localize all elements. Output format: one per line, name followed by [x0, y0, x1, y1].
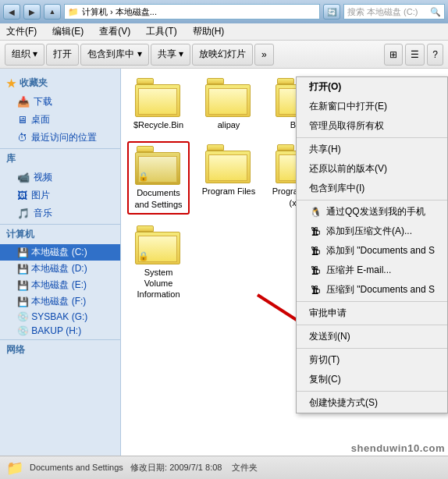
help-button[interactable]: ?	[427, 44, 443, 66]
ctx-add-archive[interactable]: 🗜 添加到压缩文件(A)...	[297, 222, 447, 241]
open-button[interactable]: 打开	[46, 44, 79, 66]
include-library-label: 包含到库中 ▾	[87, 48, 141, 61]
folder-icon-sysvolinfo: 🔒	[135, 225, 182, 264]
sidebar-item-picture[interactable]: 🖼 图片	[0, 186, 120, 204]
folder-icon-docset: 🔒	[135, 146, 182, 185]
library-header[interactable]: 库	[0, 148, 120, 169]
status-folder-icon: 📁	[6, 459, 23, 477]
download-folder-icon: 📥	[17, 96, 30, 108]
sidebar-item-video[interactable]: 📹 视频	[0, 169, 120, 186]
slideshow-button[interactable]: 放映幻灯片	[192, 44, 253, 66]
search-bar[interactable]: 搜索 本地磁盘 (C:) 🔍	[343, 4, 445, 20]
ctx-share[interactable]: 共享(H)	[297, 140, 447, 159]
status-name: Documents and Settings	[30, 463, 123, 472]
ctx-sep6	[297, 391, 447, 392]
ctx-sep1	[297, 137, 447, 138]
disk-c-icon: 💾	[17, 247, 29, 258]
search-placeholder: 搜索 本地磁盘 (C:)	[347, 6, 430, 18]
list-item[interactable]: $Recycle.Bin	[127, 75, 190, 133]
favorites-header[interactable]: ★ 收藏夹	[0, 73, 120, 93]
ctx-cut[interactable]: 剪切(T)	[297, 350, 447, 370]
sidebar-item-music[interactable]: 🎵 音乐	[0, 204, 120, 222]
sidebar-disk-g[interactable]: 💿 SYSBAK (G:)	[0, 310, 120, 324]
archive2-icon: 🗜	[309, 245, 322, 257]
address-icon: 📁	[68, 7, 79, 17]
file-label: $Recycle.Bin	[133, 119, 183, 130]
sidebar-disk-h[interactable]: 💿 BAKUP (H:)	[0, 324, 120, 338]
ctx-qq-send[interactable]: 🐧 通过QQ发送到我的手机	[297, 202, 447, 222]
music-icon: 🎵	[17, 208, 30, 219]
disk-h-label: BAKUP (H:)	[31, 325, 81, 336]
menu-bar: 文件(F) 编辑(E) 查看(V) 工具(T) 帮助(H)	[0, 23, 448, 41]
ctx-restore-prev[interactable]: 还原以前的版本(V)	[297, 159, 447, 179]
ctx-sendto[interactable]: 发送到(N)	[297, 327, 447, 346]
file-area-inner: $Recycle.Bin alipay	[121, 69, 448, 456]
sidebar: ★ 收藏夹 📥 下载 🖥 桌面 ⏱ 最近访问的位置 库 📹 视频 🖼 图片 🎵	[0, 69, 121, 456]
menu-help[interactable]: 帮助(H)	[190, 23, 228, 40]
ctx-sep3	[297, 301, 447, 302]
view-mode-btn2[interactable]: ☰	[405, 44, 425, 66]
open-label: 打开	[53, 48, 72, 61]
ctx-copy[interactable]: 复制(C)	[297, 370, 447, 389]
back-button[interactable]: ◀	[3, 4, 20, 20]
disk-e-label: 本地磁盘 (E:)	[31, 279, 87, 292]
organize-label: 组织 ▾	[12, 48, 37, 61]
computer-header[interactable]: 计算机	[0, 224, 120, 244]
view-mode-btn1[interactable]: ⊞	[384, 44, 403, 66]
status-time: 8:08	[205, 463, 222, 472]
sidebar-item-download[interactable]: 📥 下载	[0, 93, 120, 111]
menu-file[interactable]: 文件(F)	[3, 23, 40, 40]
address-text: 计算机 › 本地磁盘...	[82, 6, 157, 18]
organize-button[interactable]: 组织 ▾	[5, 44, 44, 66]
share-button[interactable]: 共享 ▾	[151, 44, 190, 66]
menu-edit[interactable]: 编辑(E)	[49, 23, 87, 40]
desktop-label: 桌面	[31, 113, 50, 126]
file-label: Documents and Settings	[132, 187, 185, 210]
ctx-include-library[interactable]: 包含到库中(I)	[297, 179, 447, 198]
ctx-sep4	[297, 325, 447, 325]
video-icon: 📹	[17, 172, 30, 183]
sidebar-disk-e[interactable]: 💾 本地磁盘 (E:)	[0, 277, 120, 293]
qq-icon: 🐧	[309, 206, 322, 218]
search-icon: 🔍	[430, 7, 441, 17]
ctx-create-shortcut[interactable]: 创建快捷方式(S)	[297, 393, 447, 413]
forward-button[interactable]: ▶	[23, 4, 41, 20]
sidebar-disk-c[interactable]: 💾 本地磁盘 (C:)	[0, 244, 120, 261]
include-library-button[interactable]: 包含到库中 ▾	[80, 44, 148, 66]
ctx-open-new-window[interactable]: 在新窗口中打开(E)	[297, 97, 447, 116]
ctx-sep5	[297, 348, 447, 349]
list-item[interactable]: 🔒 System Volume Information	[127, 222, 190, 303]
more-button[interactable]: »	[254, 44, 274, 66]
network-label: 网络	[6, 343, 25, 357]
ctx-admin-own[interactable]: 管理员取得所有权	[297, 116, 447, 136]
list-item[interactable]: alipay	[197, 75, 260, 133]
favorites-label: 收藏夹	[20, 76, 48, 90]
picture-icon: 🖼	[17, 190, 27, 201]
menu-tools[interactable]: 工具(T)	[143, 23, 180, 40]
disk-g-label: SYSBAK (G:)	[31, 311, 87, 322]
ctx-compress-email[interactable]: 🗜 压缩并 E-mail...	[297, 261, 447, 280]
list-item[interactable]: Program Files	[197, 141, 260, 215]
network-header[interactable]: 网络	[0, 339, 120, 360]
ctx-open[interactable]: 打开(O)	[297, 77, 447, 97]
list-item[interactable]: 🔒 Documents and Settings	[127, 141, 190, 215]
sidebar-item-desktop[interactable]: 🖥 桌面	[0, 111, 120, 129]
email-archive-icon: 🗜	[309, 264, 322, 277]
main-area: ★ 收藏夹 📥 下载 🖥 桌面 ⏱ 最近访问的位置 库 📹 视频 🖼 图片 🎵	[0, 69, 448, 456]
menu-view[interactable]: 查看(V)	[96, 23, 133, 40]
sidebar-disk-d[interactable]: 💾 本地磁盘 (D:)	[0, 261, 120, 277]
ctx-compress-docset[interactable]: 🗜 压缩到 "Documents and S	[297, 280, 447, 300]
status-type: 文件夹	[232, 463, 258, 472]
ctx-compress-email-label: 压缩并 E-mail...	[326, 264, 391, 277]
sidebar-disk-f[interactable]: 💾 本地磁盘 (F:)	[0, 293, 120, 310]
ctx-audit[interactable]: 审批申请	[297, 303, 447, 323]
ctx-add-docset-label: 添加到 "Documents and S	[326, 244, 435, 257]
sidebar-item-recent[interactable]: ⏱ 最近访问的位置	[0, 129, 120, 147]
recent-folder-icon: ⏱	[17, 132, 27, 144]
title-bar: ◀ ▶ ▲ 📁 计算机 › 本地磁盘... 🔄 搜索 本地磁盘 (C:) 🔍	[0, 0, 448, 23]
address-bar[interactable]: 📁 计算机 › 本地磁盘...	[64, 4, 320, 20]
file-label: Program Files	[202, 186, 255, 197]
ctx-add-docset-archive[interactable]: 🗜 添加到 "Documents and S	[297, 241, 447, 261]
refresh-button[interactable]: 🔄	[323, 4, 340, 20]
up-button[interactable]: ▲	[44, 4, 61, 20]
